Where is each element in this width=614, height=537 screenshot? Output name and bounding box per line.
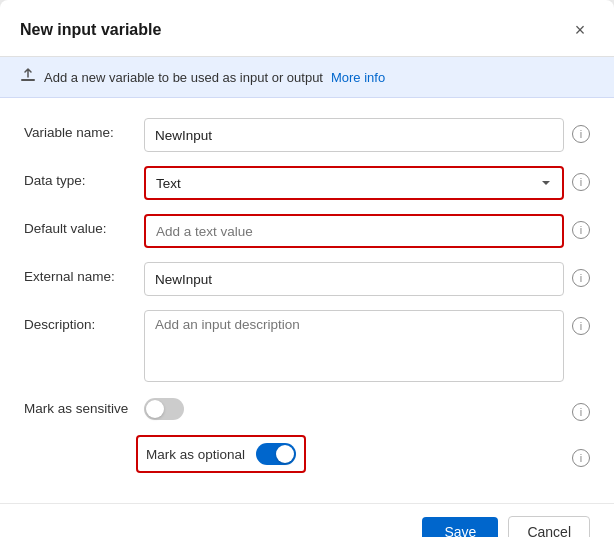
default-value-control: i [144, 214, 590, 248]
mark-optional-track [256, 443, 296, 465]
mark-optional-row: Mark as optional i [24, 435, 590, 473]
external-name-row: External name: i [24, 262, 590, 296]
description-textarea[interactable] [144, 310, 564, 382]
variable-name-input[interactable] [144, 118, 564, 152]
more-info-link[interactable]: More info [331, 70, 385, 85]
mark-optional-toggle-wrap: Mark as optional i [144, 435, 590, 473]
mark-sensitive-toggle-wrap: i [144, 396, 590, 421]
mark-sensitive-thumb [146, 400, 164, 418]
mark-optional-toggle[interactable] [256, 443, 296, 465]
dialog-body: Variable name: i Data type: Text Number … [0, 98, 614, 503]
external-name-input[interactable] [144, 262, 564, 296]
mark-sensitive-row: Mark as sensitive i [24, 396, 590, 421]
info-banner: Add a new variable to be used as input o… [0, 57, 614, 98]
mark-optional-info-icon: i [572, 449, 590, 467]
banner-text: Add a new variable to be used as input o… [44, 70, 323, 85]
data-type-select[interactable]: Text Number Boolean Date List [144, 166, 564, 200]
dialog-header: New input variable × [0, 0, 614, 57]
description-info-icon: i [572, 317, 590, 335]
close-button[interactable]: × [566, 16, 594, 44]
dialog-footer: Save Cancel [0, 503, 614, 537]
external-name-label: External name: [24, 262, 144, 284]
data-type-label: Data type: [24, 166, 144, 188]
mark-optional-thumb [276, 445, 294, 463]
variable-name-info-icon: i [572, 125, 590, 143]
data-type-control: Text Number Boolean Date List i [144, 166, 590, 200]
default-value-label: Default value: [24, 214, 144, 236]
variable-name-row: Variable name: i [24, 118, 590, 152]
description-label: Description: [24, 310, 144, 332]
mark-optional-label-text: Mark as optional [146, 447, 246, 462]
save-button[interactable]: Save [422, 517, 498, 537]
description-control: i [144, 310, 590, 382]
new-input-variable-dialog: New input variable × Add a new variable … [0, 0, 614, 537]
svg-rect-0 [21, 79, 35, 81]
external-name-control: i [144, 262, 590, 296]
mark-sensitive-info-icon: i [572, 403, 590, 421]
cancel-button[interactable]: Cancel [508, 516, 590, 537]
mark-sensitive-toggle[interactable] [144, 398, 184, 420]
description-row: Description: i [24, 310, 590, 382]
default-value-info-icon: i [572, 221, 590, 239]
external-name-info-icon: i [572, 269, 590, 287]
mark-optional-highlight: Mark as optional [136, 435, 306, 473]
data-type-info-icon: i [572, 173, 590, 191]
variable-name-label: Variable name: [24, 118, 144, 140]
default-value-row: Default value: i [24, 214, 590, 248]
data-type-row: Data type: Text Number Boolean Date List… [24, 166, 590, 200]
upload-icon [20, 67, 36, 87]
dialog-title: New input variable [20, 21, 161, 39]
variable-name-control: i [144, 118, 590, 152]
mark-sensitive-label: Mark as sensitive [24, 401, 144, 416]
mark-sensitive-track [144, 398, 184, 420]
default-value-input[interactable] [144, 214, 564, 248]
